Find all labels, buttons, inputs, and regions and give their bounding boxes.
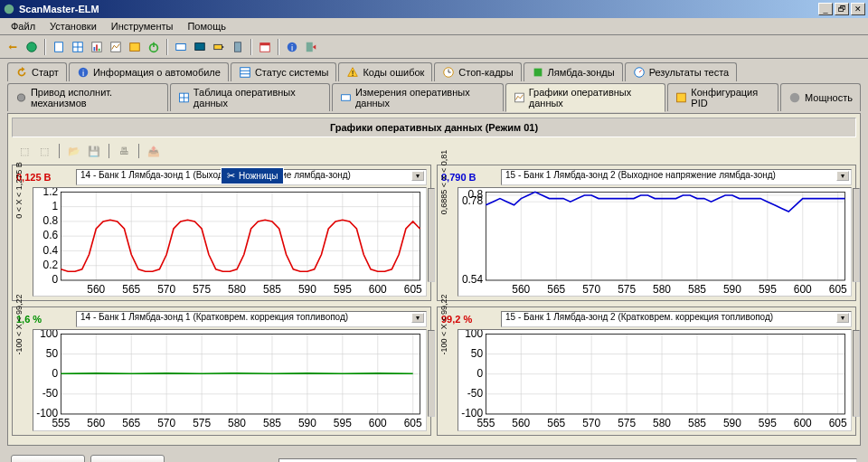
svg-rect-33 [533, 69, 542, 77]
tab-pid-config[interactable]: Конфигурация PID [667, 83, 778, 111]
tb-doc[interactable] [50, 38, 68, 56]
minimize-button[interactable]: _ [818, 3, 833, 15]
svg-rect-26 [241, 68, 250, 78]
menu-tools[interactable]: Инструменты [104, 19, 181, 33]
svg-text:570: 570 [582, 418, 600, 430]
tb-chart2[interactable] [107, 38, 125, 56]
svg-text:0.2: 0.2 [43, 259, 59, 271]
tb-globe[interactable] [23, 38, 41, 56]
tb-exit[interactable] [302, 38, 320, 56]
svg-rect-8 [96, 44, 98, 51]
mt-open[interactable]: 📂 [65, 142, 83, 160]
tabs-container: Старт iИнформация о автомобиле Статус си… [0, 59, 868, 111]
warning-icon: ! [346, 66, 359, 79]
chart-selector[interactable]: 14 - Банк 1 Лямбда-зонд 1 (Кратковрем. к… [76, 311, 427, 327]
read-button[interactable]: Читать [11, 455, 85, 462]
chart-ylabel: -100 < X < 99,22 [14, 294, 24, 354]
svg-text:0: 0 [52, 273, 58, 286]
chart-value: 0,125 В [16, 172, 71, 183]
svg-text:0.6: 0.6 [43, 229, 59, 241]
chart-icon [514, 91, 525, 104]
svg-rect-17 [222, 46, 224, 48]
tb-cal[interactable] [256, 38, 274, 56]
svg-text:570: 570 [157, 418, 175, 430]
tab-actuators[interactable]: Привод исполнит. механизмов [7, 83, 168, 111]
restore-button[interactable]: 🗗 [835, 3, 849, 15]
tab-data-measure[interactable]: Измерения оперативных данных [332, 83, 504, 111]
svg-text:555: 555 [52, 418, 70, 430]
tb-msg[interactable] [172, 38, 190, 56]
titlebar: ScanMaster-ELM _ 🗗 ✕ [0, 0, 868, 18]
svg-text:605: 605 [404, 283, 422, 296]
svg-text:-50: -50 [42, 387, 59, 400]
svg-rect-20 [260, 42, 270, 45]
tab-lambda[interactable]: Лямбда-зонды [524, 62, 623, 81]
svg-text:0: 0 [476, 367, 483, 380]
chart-slider[interactable] [428, 330, 435, 417]
tb-config[interactable] [126, 38, 144, 56]
tab-error-codes[interactable]: !Коды ошибок [338, 62, 432, 81]
svg-text:i: i [82, 68, 84, 78]
tb-battery[interactable] [210, 38, 228, 56]
svg-text:600: 600 [369, 418, 387, 430]
tab-label: Мощность [805, 92, 853, 103]
tab-vehicle-info[interactable]: iИнформация о автомобиле [69, 62, 229, 81]
tb-grid[interactable] [69, 38, 87, 56]
menu-file[interactable]: Файл [4, 19, 42, 33]
chart-slider[interactable] [428, 188, 435, 282]
chart-value: 0,790 В [441, 172, 495, 183]
chart-body: 0 < X < 1,275 В00.20.40.60.811.256056557… [33, 187, 427, 297]
chart-selector[interactable]: 15 - Банк 1 Лямбда-зонд 2 (Кратковрем. к… [501, 311, 852, 327]
chart-value: 1,6 % [16, 314, 71, 325]
close-button[interactable]: ✕ [851, 3, 865, 15]
lambda-icon [532, 66, 544, 79]
chart-panel-3: 1,6 %14 - Банк 1 Лямбда-зонд 1 (Кратковр… [12, 306, 431, 436]
status-icon [239, 66, 251, 79]
svg-text:0.54: 0.54 [462, 273, 484, 286]
svg-text:0.8: 0.8 [468, 188, 484, 201]
svg-text:590: 590 [298, 283, 316, 296]
menu-help[interactable]: Помощь [180, 19, 233, 33]
mt-print[interactable]: 🖶 [115, 142, 133, 160]
svg-text:600: 600 [369, 283, 387, 296]
tab-system-status[interactable]: Статус системы [231, 62, 336, 81]
section-title: Графики оперативных данных (Режим 01) [12, 118, 856, 137]
chart-value: 99,2 % [441, 314, 495, 325]
tab-start[interactable]: Старт [7, 62, 67, 81]
tb-monitor[interactable] [191, 38, 209, 56]
tab-data-charts[interactable]: Графики оперативных данных [505, 83, 666, 112]
svg-text:i: i [291, 42, 293, 52]
stop-button[interactable]: Стоп [90, 455, 165, 462]
tb-power[interactable] [145, 38, 163, 56]
tb-connect[interactable] [4, 38, 22, 56]
tab-power[interactable]: Мощность [780, 83, 861, 111]
svg-text:595: 595 [759, 418, 777, 430]
chart-slider[interactable] [853, 330, 860, 417]
svg-text:585: 585 [688, 418, 706, 430]
svg-rect-9 [99, 48, 100, 51]
svg-text:555: 555 [476, 418, 495, 430]
mt-2[interactable]: ⬚ [35, 142, 53, 160]
tb-device[interactable] [229, 38, 247, 56]
power-icon [788, 91, 801, 104]
mt-export[interactable]: 📤 [145, 142, 163, 160]
svg-rect-105 [486, 192, 844, 280]
tb-info[interactable]: i [283, 38, 301, 56]
tab-row-1: Старт iИнформация о автомобиле Статус си… [7, 62, 861, 81]
tab-label: Коды ошибок [363, 67, 424, 78]
chart-selector[interactable]: 15 - Банк 1 Лямбда-зонд 2 (Выходное напр… [501, 169, 852, 185]
svg-point-43 [790, 93, 800, 103]
mt-save[interactable]: 💾 [85, 142, 103, 160]
chart-slider[interactable] [853, 188, 860, 282]
tab-freeze-frames[interactable]: Стоп-кадры [434, 62, 521, 81]
menu-settings[interactable]: Установки [42, 19, 104, 33]
svg-text:560: 560 [87, 418, 105, 430]
tb-chart1[interactable] [88, 38, 106, 56]
svg-text:50: 50 [46, 347, 59, 360]
tab-test-results[interactable]: Результаты теста [625, 62, 738, 81]
tab-label: Статус системы [255, 67, 328, 78]
tab-label: Стоп-кадры [458, 67, 513, 78]
mt-1[interactable]: ⬚ [15, 142, 33, 160]
tab-data-table[interactable]: Таблица оперативных данных [170, 83, 330, 111]
svg-point-36 [17, 94, 24, 101]
